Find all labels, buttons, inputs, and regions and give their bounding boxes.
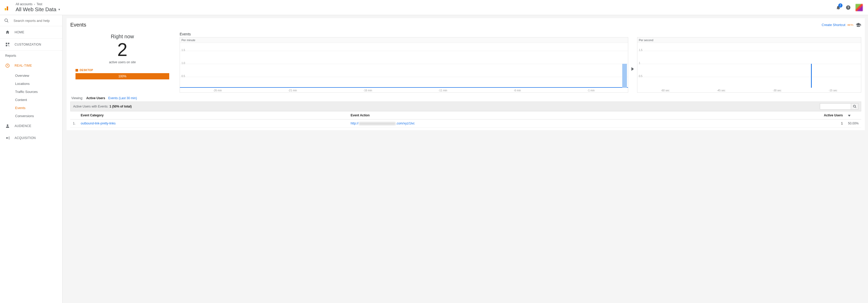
table-search-input[interactable]: [820, 103, 851, 110]
x-tick: -6 min: [514, 89, 521, 92]
col-index: [70, 112, 78, 120]
x-tick: -60 sec: [661, 89, 670, 92]
right-now-card: Right now 2 active users on site DESKTOP…: [70, 32, 175, 93]
svg-rect-1: [7, 6, 8, 10]
sidebar-search[interactable]: [0, 15, 62, 26]
row-pct: 50.00%: [845, 120, 861, 127]
right-now-subtitle: active users on site: [70, 60, 175, 64]
per-second-chart: Per second 1.5 1 0.5 -60 sec -45 sec -30…: [637, 32, 861, 93]
charts-area: Events Per minute 1.5 1.0 0.5 -26 min: [180, 32, 861, 93]
svg-rect-7: [6, 43, 7, 44]
ga-logo: [4, 4, 11, 11]
viewing-tabs: Viewing: Active Users Events (Last 30 mi…: [70, 95, 861, 101]
redacted-host: [359, 122, 396, 125]
help-button[interactable]: ?: [846, 5, 851, 10]
main-content: Events Create Shortcut BETA Right now 2 …: [62, 15, 868, 303]
sidebar-item-realtime[interactable]: REAL-TIME: [0, 60, 62, 71]
x-tick: -16 min: [364, 89, 372, 92]
x-tick: -15 sec: [829, 89, 837, 92]
sidebar: HOME CUSTOMIZATION Reports REAL-TIME Ove…: [0, 15, 62, 303]
sidebar-sub-content[interactable]: Content: [15, 96, 62, 104]
reports-heading: Reports: [0, 51, 62, 60]
table-search-button[interactable]: [851, 103, 858, 110]
sidebar-item-label: REAL-TIME: [14, 64, 32, 67]
chart-section-title: Events: [180, 32, 628, 36]
sidebar-item-acquisition[interactable]: ACQUISITION: [0, 132, 62, 144]
account-block[interactable]: All accounts › Test All Web Site Data ▼: [16, 2, 60, 12]
col-event-action[interactable]: Event Action: [348, 112, 814, 120]
chart-bar: [622, 64, 627, 88]
device-percent-bar: 100%: [75, 73, 169, 80]
sidebar-item-label: ACQUISITION: [14, 136, 36, 140]
summary-prefix: Active Users with Events:: [73, 104, 108, 108]
sidebar-sub-events[interactable]: Events: [15, 104, 62, 112]
sidebar-item-label: CUSTOMIZATION: [14, 43, 41, 46]
table-row: 1. outbound-link-pretty-links http://.co…: [70, 120, 861, 127]
sidebar-sub-conversions[interactable]: Conversions: [15, 112, 62, 120]
x-tick: -21 min: [288, 89, 297, 92]
clock-icon: [5, 63, 10, 68]
acquisition-icon: [5, 135, 10, 140]
caret-down-icon: ▼: [58, 8, 60, 11]
sidebar-item-audience[interactable]: AUDIENCE: [0, 120, 62, 132]
beta-badge: BETA: [847, 24, 854, 26]
person-icon: [5, 124, 10, 128]
breadcrumb-child: Test: [36, 2, 42, 6]
search-input[interactable]: [13, 19, 58, 23]
event-action-link[interactable]: http://.com/xyz/1lvc: [348, 120, 814, 127]
topbar: All accounts › Test All Web Site Data ▼ …: [0, 0, 868, 15]
x-tick: -26 min: [213, 89, 222, 92]
sidebar-item-customization[interactable]: CUSTOMIZATION: [0, 38, 62, 51]
svg-text:?: ?: [847, 6, 849, 9]
per-minute-label: Per minute: [180, 37, 628, 43]
sidebar-item-label: HOME: [14, 30, 24, 34]
per-minute-chart: Events Per minute 1.5 1.0 0.5 -26 min: [180, 32, 628, 93]
chevron-right-icon: [631, 67, 634, 71]
sidebar-sub-overview[interactable]: Overview: [15, 71, 62, 80]
arrow-down-icon: [848, 114, 850, 117]
chart-bar: [811, 64, 812, 88]
sidebar-sub-traffic-sources[interactable]: Traffic Sources: [15, 88, 62, 96]
view-selector[interactable]: All Web Site Data ▼: [16, 6, 60, 12]
view-name: All Web Site Data: [16, 6, 56, 12]
x-tick: -45 sec: [717, 89, 725, 92]
account-avatar[interactable]: [856, 4, 863, 11]
tab-events-30min[interactable]: Events (Last 30 min): [108, 96, 137, 100]
notifications-button[interactable]: 2: [836, 5, 841, 10]
summary-value: 1 (50% of total): [110, 104, 131, 108]
create-shortcut-link[interactable]: Create Shortcut: [822, 23, 845, 27]
sort-indicator[interactable]: [845, 112, 861, 120]
home-icon: [5, 30, 10, 35]
event-category-link[interactable]: outbound-link-pretty-links: [78, 120, 348, 127]
x-tick: -30 sec: [773, 89, 781, 92]
breadcrumb-root[interactable]: All accounts: [16, 2, 33, 6]
device-legend: DESKTOP: [75, 69, 169, 71]
sidebar-item-label: AUDIENCE: [14, 124, 31, 128]
chevron-right-icon: ›: [34, 3, 35, 6]
summary-bar: Active Users with Events: 1 (50% of tota…: [70, 101, 861, 112]
notification-count: 2: [838, 3, 842, 7]
svg-rect-8: [8, 43, 9, 44]
svg-line-6: [7, 21, 8, 22]
realtime-subnav: Overview Locations Traffic Sources Conte…: [0, 71, 62, 120]
search-icon: [853, 104, 857, 108]
right-now-title: Right now: [70, 34, 175, 39]
graduation-cap-icon[interactable]: [856, 22, 861, 28]
device-label: DESKTOP: [80, 69, 93, 71]
tab-active-users[interactable]: Active Users: [86, 96, 105, 100]
svg-rect-10: [8, 45, 8, 46]
breadcrumb[interactable]: All accounts › Test: [16, 2, 60, 6]
x-tick: -11 min: [439, 89, 447, 92]
row-index: 1.: [70, 120, 78, 127]
help-icon: ?: [846, 5, 851, 10]
chart-expand-button[interactable]: [631, 45, 634, 93]
x-tick: -1 min: [587, 89, 595, 92]
topbar-actions: 2 ?: [836, 4, 863, 11]
sidebar-sub-locations[interactable]: Locations: [15, 80, 62, 88]
viewing-label: Viewing:: [71, 96, 83, 100]
events-table: Event Category Event Action Active Users…: [70, 112, 861, 127]
sidebar-item-home[interactable]: HOME: [0, 26, 62, 38]
col-active-users[interactable]: Active Users: [814, 112, 845, 120]
col-event-category[interactable]: Event Category: [78, 112, 348, 120]
row-active-users: 1: [814, 120, 845, 127]
